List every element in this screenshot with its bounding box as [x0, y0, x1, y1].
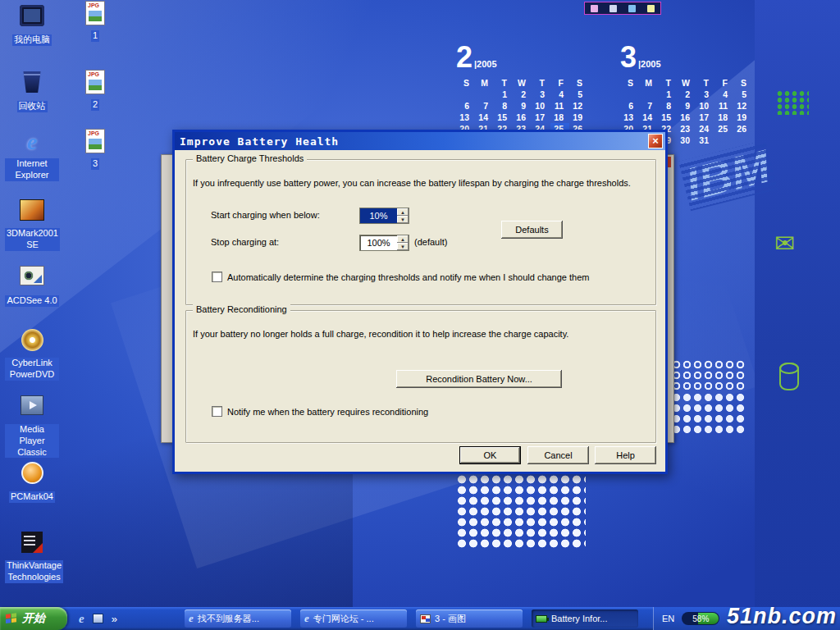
media-player-classic-icon: [17, 395, 47, 422]
start-threshold-spinner[interactable]: 10% ▲ ▼: [359, 208, 409, 224]
spin-down-button[interactable]: ▼: [397, 216, 409, 223]
jpg-file-icon: JPG: [80, 70, 110, 96]
desktop-icon-pcmark04[interactable]: PCMark04: [5, 459, 59, 503]
taskbar-tasks: e 找不到服务器... e 专门网论坛 - ... 3 - 画图 Battery…: [185, 609, 638, 628]
desktop-icon-label: 我的电脑: [12, 34, 52, 46]
desktop-icon-thinkvantage[interactable]: ThinkVantage Technologies: [5, 529, 59, 583]
internet-explorer-icon: e: [17, 130, 47, 156]
notify-recondition-checkbox[interactable]: [212, 406, 222, 417]
jpg-badge: JPG: [88, 130, 99, 136]
top-toolbar[interactable]: [584, 2, 661, 15]
taskbar-task-label: 3 - 画图: [435, 613, 466, 625]
taskbar-task-battery-information[interactable]: Battery Infor...: [532, 609, 638, 628]
desktop-icon-media-player-classic[interactable]: Media Player Classic: [5, 392, 59, 459]
desktop-icon-acdsee[interactable]: ACDSee 4.0: [5, 262, 59, 307]
desktop-icon-jpg-1[interactable]: JPG 1: [75, 0, 115, 42]
quick-launch-ie-icon[interactable]: e: [79, 612, 84, 626]
calendar-date-cell: 4: [550, 89, 569, 100]
calendar-date-cell: 26: [733, 123, 752, 135]
desktop-icon-label: ACDSee 4.0: [5, 295, 58, 307]
charge-thresholds-group: Battery Charge Thresholds If you infrequ…: [185, 159, 656, 305]
my-computer-icon: [17, 5, 47, 31]
calendar-dow-cell: M: [639, 77, 658, 89]
taskbar-task-paint[interactable]: 3 - 画图: [416, 609, 523, 628]
show-desktop-icon[interactable]: [93, 614, 103, 623]
battery-cylinder-icon: [779, 363, 799, 390]
watermark-51nb: 51nb.com: [727, 604, 837, 629]
acdsee-icon: [17, 266, 47, 292]
calendar-date-cell: 6: [620, 100, 639, 112]
desktop-icon-label: Media Player Classic: [5, 424, 59, 458]
desktop-icon-my-computer[interactable]: 我的电脑: [5, 3, 59, 46]
calendar-date-cell: 12: [733, 100, 752, 112]
thinkvantage-icon: [17, 532, 47, 558]
calendar-date-cell: 30: [677, 135, 696, 146]
start-button[interactable]: 开始: [0, 607, 67, 630]
calendar-date-cell: [733, 135, 752, 146]
volume-icon[interactable]: [609, 5, 617, 12]
calendar-date-cell: 9: [513, 100, 532, 112]
desktop-icon-label: 1: [91, 30, 99, 42]
taskbar-task-server-not-found[interactable]: e 找不到服务器...: [185, 609, 291, 628]
stop-threshold-spinner[interactable]: 100% ▲ ▼: [359, 235, 409, 251]
desktop-icon-3dmark2001[interactable]: 3DMark2001 SE: [5, 197, 59, 251]
notify-recondition-checkbox-label: Notify me when the battery requires reco…: [227, 407, 428, 417]
language-indicator[interactable]: EN: [662, 614, 674, 623]
spin-down-button[interactable]: ▼: [397, 243, 409, 250]
keypad-grid-icon: [776, 90, 809, 115]
calendar-date-cell: 19: [569, 112, 588, 123]
calendar-date-cell: 13: [620, 112, 639, 123]
close-icon[interactable]: ×: [648, 134, 663, 148]
taskbar-task-forum[interactable]: e 专门网论坛 - ...: [300, 609, 407, 628]
calendar-date-cell: 15: [658, 112, 677, 123]
cancel-button[interactable]: Cancel: [527, 446, 589, 464]
taskbar-task-label: Battery Infor...: [551, 614, 607, 623]
envelope-icon: ✉: [774, 231, 795, 256]
dialog-titlebar[interactable]: Improve Battery Health ×: [175, 132, 665, 150]
desktop: ✉ IBM 2|2005SMTWTFS123456789101112131415…: [0, 0, 840, 630]
taskbar: 开始 e » e 找不到服务器... e 专门网论坛 - ... 3 - 画图 …: [0, 607, 840, 630]
calendar-date-cell: 14: [475, 112, 494, 123]
calendar-dow-cell: T: [494, 77, 513, 89]
desktop-icon-powerdvd[interactable]: CyberLink PowerDVD: [5, 326, 59, 381]
reconditioning-intro: If your battery no longer holds a full c…: [193, 329, 568, 339]
desktop-icon-internet-explorer[interactable]: e Internet Explorer: [5, 130, 59, 181]
calendar-date-cell: [620, 89, 639, 100]
calendar-date-cell: 6: [456, 100, 475, 112]
ok-button[interactable]: OK: [459, 446, 521, 464]
help-button[interactable]: Help: [595, 446, 656, 464]
calendar-date-cell: 3: [696, 89, 714, 100]
calendar-dow-cell: S: [569, 77, 588, 89]
quick-launch: e »: [79, 607, 117, 630]
calendar-date-cell: 2: [677, 89, 696, 100]
trackpoint-icon[interactable]: [591, 5, 598, 12]
display-icon[interactable]: [628, 5, 636, 12]
spin-up-icon: ▲: [400, 210, 405, 215]
calendar-date-cell: 10: [532, 100, 550, 112]
spin-up-button[interactable]: ▲: [397, 208, 409, 216]
spin-up-button[interactable]: ▲: [397, 235, 409, 243]
calendar-dow-cell: W: [677, 77, 696, 89]
desktop-icon-label: CyberLink PowerDVD: [5, 358, 59, 381]
pcmark-icon: [17, 462, 47, 488]
tray-battery-indicator[interactable]: 58%: [682, 612, 719, 625]
ie-icon: e: [189, 612, 194, 625]
calendar-dow-cell: S: [620, 77, 639, 89]
desktop-icon-label: ThinkVantage Technologies: [5, 560, 63, 583]
defaults-button[interactable]: Defaults: [501, 221, 563, 239]
desktop-icon-jpg-3[interactable]: JPG 3: [75, 128, 115, 170]
desktop-icon-jpg-2[interactable]: JPG 2: [75, 69, 115, 111]
keyboard-icon[interactable]: [647, 5, 655, 12]
spin-up-icon: ▲: [400, 237, 405, 242]
notify-recondition-row: Notify me when the battery requires reco…: [212, 406, 428, 417]
calendar-date-cell: 16: [513, 112, 532, 123]
calendar-date-cell: 7: [639, 100, 658, 112]
desktop-icon-recycle-bin[interactable]: 回收站: [5, 69, 59, 112]
auto-determine-checkbox-label: Automatically determine the charging thr…: [227, 272, 589, 282]
battery-percent-label: 58%: [692, 614, 709, 623]
recondition-battery-button[interactable]: Recondition Battery Now...: [396, 370, 562, 388]
auto-determine-checkbox[interactable]: [212, 272, 222, 282]
quick-launch-overflow-chevron[interactable]: »: [112, 613, 117, 625]
cancel-button-label: Cancel: [544, 450, 572, 460]
calendar-month-header: 2|2005: [456, 43, 596, 74]
